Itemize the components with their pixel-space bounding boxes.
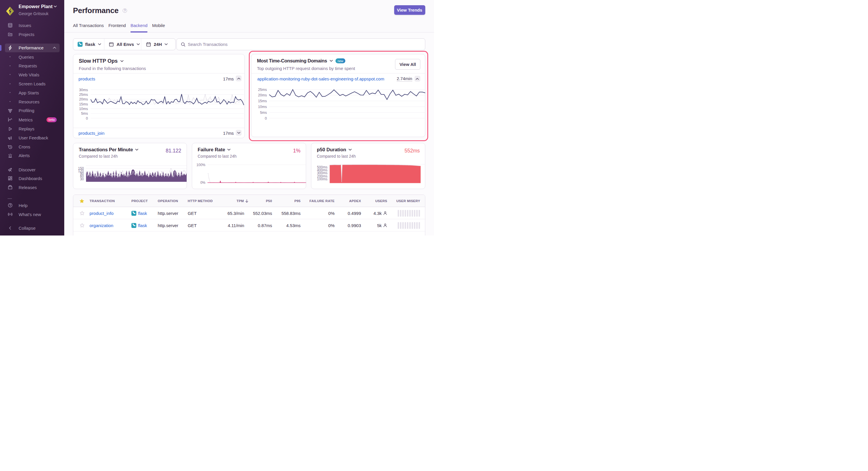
svg-text:10ms: 10ms: [79, 107, 88, 111]
svg-text:25ms: 25ms: [79, 93, 88, 97]
svg-text:0: 0: [265, 116, 267, 121]
svg-text:15ms: 15ms: [258, 99, 267, 103]
svg-text:0: 0: [86, 116, 88, 121]
svg-text:30ms: 30ms: [79, 88, 88, 92]
svg-text:25ms: 25ms: [258, 88, 267, 92]
svg-text:10ms: 10ms: [258, 105, 267, 109]
svg-text:100%: 100%: [196, 163, 206, 167]
svg-text:5ms: 5ms: [81, 111, 88, 115]
svg-text:20ms: 20ms: [258, 93, 267, 97]
svg-text:5ms: 5ms: [260, 111, 267, 115]
svg-text:30: 30: [80, 177, 84, 181]
svg-text:15ms: 15ms: [79, 102, 88, 106]
svg-text:20ms: 20ms: [79, 97, 88, 101]
svg-text:100ms: 100ms: [317, 177, 327, 181]
svg-text:0%: 0%: [200, 180, 206, 185]
